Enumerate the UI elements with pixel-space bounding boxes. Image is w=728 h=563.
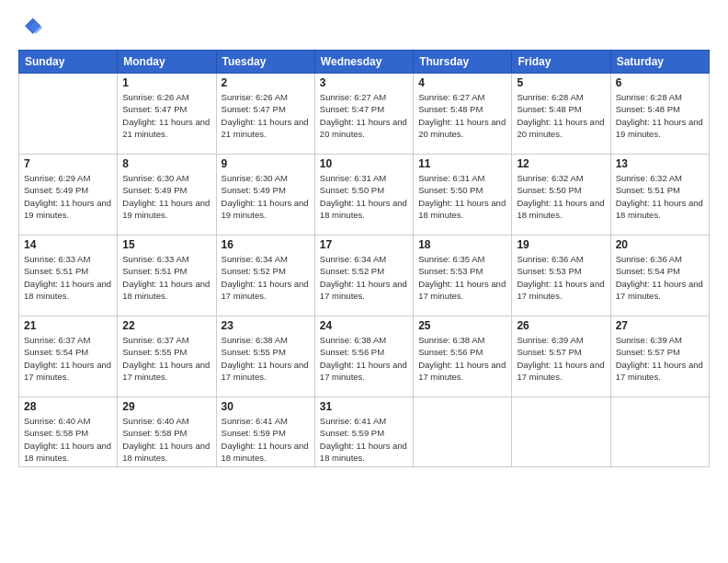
table-row: 19Sunrise: 6:36 AMSunset: 5:53 PMDayligh… [512, 236, 610, 316]
day-info: Sunrise: 6:31 AMSunset: 5:50 PMDaylight:… [320, 172, 408, 221]
day-info: Sunrise: 6:32 AMSunset: 5:51 PMDaylight:… [616, 172, 704, 221]
table-row: 13Sunrise: 6:32 AMSunset: 5:51 PMDayligh… [610, 155, 709, 236]
day-info: Sunrise: 6:40 AMSunset: 5:58 PMDaylight:… [24, 415, 112, 464]
day-info: Sunrise: 6:39 AMSunset: 5:57 PMDaylight:… [517, 334, 605, 383]
day-info: Sunrise: 6:29 AMSunset: 5:49 PMDaylight:… [24, 172, 112, 221]
calendar-week-row: 14Sunrise: 6:33 AMSunset: 5:51 PMDayligh… [19, 236, 710, 316]
day-number: 11 [418, 157, 506, 170]
day-number: 3 [320, 76, 408, 89]
day-number: 24 [320, 319, 408, 332]
table-row: 7Sunrise: 6:29 AMSunset: 5:49 PMDaylight… [19, 155, 118, 236]
logo [18, 15, 48, 40]
day-info: Sunrise: 6:32 AMSunset: 5:50 PMDaylight:… [517, 172, 605, 221]
day-number: 28 [24, 400, 112, 413]
day-number: 27 [616, 319, 704, 332]
day-number: 16 [222, 238, 310, 251]
day-number: 9 [222, 157, 310, 170]
day-number: 6 [616, 76, 704, 89]
table-row: 5Sunrise: 6:28 AMSunset: 5:48 PMDaylight… [512, 74, 610, 155]
day-info: Sunrise: 6:34 AMSunset: 5:52 PMDaylight:… [320, 253, 408, 302]
day-number: 18 [418, 238, 506, 251]
day-info: Sunrise: 6:37 AMSunset: 5:55 PMDaylight:… [122, 334, 210, 383]
day-number: 10 [320, 157, 408, 170]
col-sunday: Sunday [19, 51, 118, 74]
col-saturday: Saturday [610, 51, 709, 74]
table-row: 1Sunrise: 6:26 AMSunset: 5:47 PMDaylight… [118, 74, 216, 155]
table-row: 17Sunrise: 6:34 AMSunset: 5:52 PMDayligh… [314, 236, 413, 316]
day-info: Sunrise: 6:33 AMSunset: 5:51 PMDaylight:… [24, 253, 112, 302]
table-row: 10Sunrise: 6:31 AMSunset: 5:50 PMDayligh… [314, 155, 413, 236]
table-row: 18Sunrise: 6:35 AMSunset: 5:53 PMDayligh… [414, 236, 512, 316]
day-info: Sunrise: 6:38 AMSunset: 5:56 PMDaylight:… [320, 334, 408, 383]
day-number: 30 [222, 400, 310, 413]
day-number: 19 [517, 238, 605, 251]
day-info: Sunrise: 6:26 AMSunset: 5:47 PMDaylight:… [222, 91, 310, 140]
day-info: Sunrise: 6:31 AMSunset: 5:50 PMDaylight:… [418, 172, 506, 221]
day-number: 25 [418, 319, 506, 332]
table-row: 12Sunrise: 6:32 AMSunset: 5:50 PMDayligh… [512, 155, 610, 236]
day-number: 22 [122, 319, 210, 332]
day-info: Sunrise: 6:36 AMSunset: 5:53 PMDaylight:… [517, 253, 605, 302]
table-row: 23Sunrise: 6:38 AMSunset: 5:55 PMDayligh… [216, 316, 314, 397]
day-info: Sunrise: 6:36 AMSunset: 5:54 PMDaylight:… [616, 253, 704, 302]
day-number: 5 [517, 76, 605, 89]
day-number: 1 [122, 76, 210, 89]
col-wednesday: Wednesday [314, 51, 413, 74]
day-number: 17 [320, 238, 408, 251]
day-info: Sunrise: 6:27 AMSunset: 5:48 PMDaylight:… [418, 91, 506, 140]
day-info: Sunrise: 6:26 AMSunset: 5:47 PMDaylight:… [122, 91, 210, 140]
table-row [19, 74, 118, 155]
day-number: 2 [222, 76, 310, 89]
day-info: Sunrise: 6:35 AMSunset: 5:53 PMDaylight:… [418, 253, 506, 302]
day-number: 13 [616, 157, 704, 170]
table-row: 28Sunrise: 6:40 AMSunset: 5:58 PMDayligh… [19, 397, 118, 467]
table-row: 24Sunrise: 6:38 AMSunset: 5:56 PMDayligh… [314, 316, 413, 397]
day-info: Sunrise: 6:30 AMSunset: 5:49 PMDaylight:… [222, 172, 310, 221]
table-row: 25Sunrise: 6:38 AMSunset: 5:56 PMDayligh… [414, 316, 512, 397]
day-info: Sunrise: 6:28 AMSunset: 5:48 PMDaylight:… [517, 91, 605, 140]
calendar-week-row: 7Sunrise: 6:29 AMSunset: 5:49 PMDaylight… [19, 155, 710, 236]
day-number: 23 [222, 319, 310, 332]
day-info: Sunrise: 6:39 AMSunset: 5:57 PMDaylight:… [616, 334, 704, 383]
table-row: 2Sunrise: 6:26 AMSunset: 5:47 PMDaylight… [216, 74, 314, 155]
calendar-week-row: 28Sunrise: 6:40 AMSunset: 5:58 PMDayligh… [19, 397, 710, 467]
day-info: Sunrise: 6:33 AMSunset: 5:51 PMDaylight:… [122, 253, 210, 302]
day-info: Sunrise: 6:38 AMSunset: 5:55 PMDaylight:… [222, 334, 310, 383]
table-row [512, 397, 610, 467]
table-row [414, 397, 512, 467]
day-number: 21 [24, 319, 112, 332]
table-row: 8Sunrise: 6:30 AMSunset: 5:49 PMDaylight… [118, 155, 216, 236]
table-row: 11Sunrise: 6:31 AMSunset: 5:50 PMDayligh… [414, 155, 512, 236]
day-info: Sunrise: 6:40 AMSunset: 5:58 PMDaylight:… [122, 415, 210, 464]
table-row: 26Sunrise: 6:39 AMSunset: 5:57 PMDayligh… [512, 316, 610, 397]
calendar-header-row: Sunday Monday Tuesday Wednesday Thursday… [19, 51, 710, 74]
col-monday: Monday [118, 51, 216, 74]
day-info: Sunrise: 6:41 AMSunset: 5:59 PMDaylight:… [222, 415, 310, 464]
col-tuesday: Tuesday [216, 51, 314, 74]
table-row: 31Sunrise: 6:41 AMSunset: 5:59 PMDayligh… [314, 397, 413, 467]
table-row: 21Sunrise: 6:37 AMSunset: 5:54 PMDayligh… [19, 316, 118, 397]
table-row [610, 397, 709, 467]
table-row: 27Sunrise: 6:39 AMSunset: 5:57 PMDayligh… [610, 316, 709, 397]
day-number: 4 [418, 76, 506, 89]
table-row: 15Sunrise: 6:33 AMSunset: 5:51 PMDayligh… [118, 236, 216, 316]
table-row: 20Sunrise: 6:36 AMSunset: 5:54 PMDayligh… [610, 236, 709, 316]
table-row: 4Sunrise: 6:27 AMSunset: 5:48 PMDaylight… [414, 74, 512, 155]
day-info: Sunrise: 6:30 AMSunset: 5:49 PMDaylight:… [122, 172, 210, 221]
header [18, 15, 710, 40]
calendar-table: Sunday Monday Tuesday Wednesday Thursday… [18, 50, 710, 467]
day-info: Sunrise: 6:28 AMSunset: 5:48 PMDaylight:… [616, 91, 704, 140]
logo-icon [18, 15, 44, 40]
day-number: 29 [122, 400, 210, 413]
day-info: Sunrise: 6:38 AMSunset: 5:56 PMDaylight:… [418, 334, 506, 383]
calendar-week-row: 21Sunrise: 6:37 AMSunset: 5:54 PMDayligh… [19, 316, 710, 397]
day-info: Sunrise: 6:34 AMSunset: 5:52 PMDaylight:… [222, 253, 310, 302]
day-number: 15 [122, 238, 210, 251]
col-thursday: Thursday [414, 51, 512, 74]
day-number: 20 [616, 238, 704, 251]
col-friday: Friday [512, 51, 610, 74]
day-info: Sunrise: 6:37 AMSunset: 5:54 PMDaylight:… [24, 334, 112, 383]
table-row: 14Sunrise: 6:33 AMSunset: 5:51 PMDayligh… [19, 236, 118, 316]
table-row: 30Sunrise: 6:41 AMSunset: 5:59 PMDayligh… [216, 397, 314, 467]
table-row: 29Sunrise: 6:40 AMSunset: 5:58 PMDayligh… [118, 397, 216, 467]
